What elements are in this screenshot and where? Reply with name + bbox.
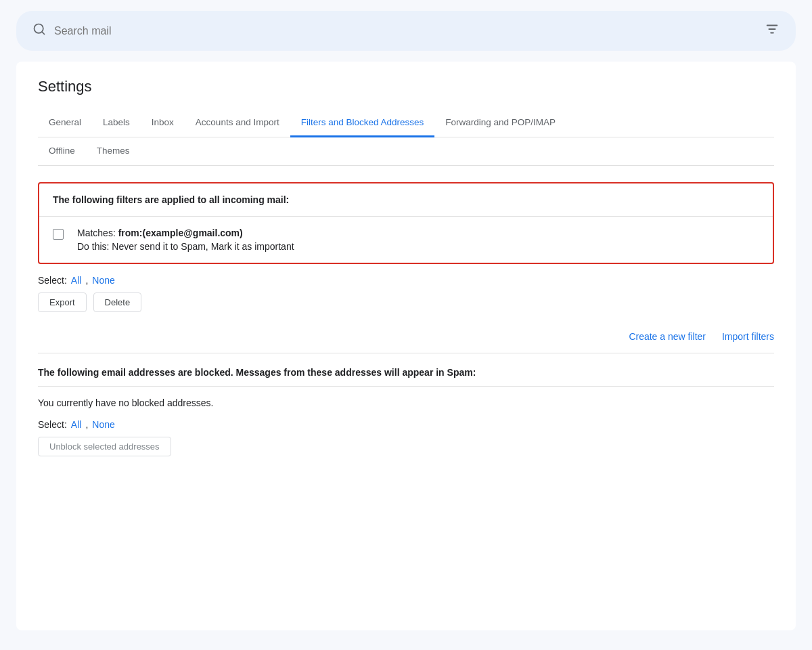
filter-checkbox[interactable] (53, 229, 64, 240)
search-input[interactable] (54, 25, 765, 37)
tab-labels[interactable]: Labels (92, 109, 141, 137)
tabs-row-1: General Labels Inbox Accounts and Import… (38, 109, 774, 137)
search-bar-inner (32, 22, 765, 39)
matches-label: Matches: (77, 228, 118, 238)
content-area: The following filters are applied to all… (38, 166, 774, 473)
matches-value: from:(example@gmail.com) (118, 228, 243, 238)
select-row-blocked: Select: All, None (38, 419, 774, 430)
create-filter-link[interactable]: Create a new filter (629, 331, 706, 342)
delete-button[interactable]: Delete (93, 292, 142, 312)
select-label-blocked: Select: (38, 419, 67, 430)
filter-matches: Matches: from:(example@gmail.com) (77, 228, 759, 238)
filters-section-header: The following filters are applied to all… (39, 183, 773, 217)
settings-title: Settings (38, 78, 774, 95)
search-icon (32, 22, 46, 39)
blocked-section-header: The following email addresses are blocke… (38, 367, 774, 387)
tab-general[interactable]: General (38, 109, 92, 137)
unblock-button[interactable]: Unblock selected addresses (38, 437, 171, 456)
tab-themes[interactable]: Themes (86, 137, 141, 166)
select-row-filters: Select: All, None (38, 275, 774, 286)
tab-inbox[interactable]: Inbox (141, 109, 185, 137)
tab-accounts[interactable]: Accounts and Import (185, 109, 290, 137)
filter-row: Matches: from:(example@gmail.com) Do thi… (39, 217, 773, 263)
select-label-filters: Select: (38, 275, 67, 286)
tab-forwarding[interactable]: Forwarding and POP/IMAP (434, 109, 566, 137)
select-all-blocked[interactable]: All (71, 419, 82, 430)
filter-action: Do this: Never send it to Spam, Mark it … (77, 241, 759, 252)
search-bar (16, 11, 796, 51)
no-blocked-text: You currently have no blocked addresses. (38, 397, 774, 408)
select-all-filters[interactable]: All (71, 275, 82, 286)
tabs-row-2: Offline Themes (38, 137, 774, 166)
filter-adjust-icon[interactable] (765, 22, 780, 40)
settings-panel: Settings General Labels Inbox Accounts a… (16, 62, 796, 630)
import-filters-link[interactable]: Import filters (722, 331, 774, 342)
tab-filters[interactable]: Filters and Blocked Addresses (290, 109, 435, 137)
select-none-filters[interactable]: None (92, 275, 114, 286)
export-button[interactable]: Export (38, 292, 87, 312)
select-none-blocked[interactable]: None (92, 419, 114, 430)
filters-section: The following filters are applied to all… (38, 182, 774, 264)
filter-button-group: Export Delete (38, 292, 774, 312)
tab-offline[interactable]: Offline (38, 137, 86, 166)
filter-details: Matches: from:(example@gmail.com) Do thi… (77, 228, 759, 252)
filter-actions-row: Create a new filter Import filters (38, 326, 774, 353)
